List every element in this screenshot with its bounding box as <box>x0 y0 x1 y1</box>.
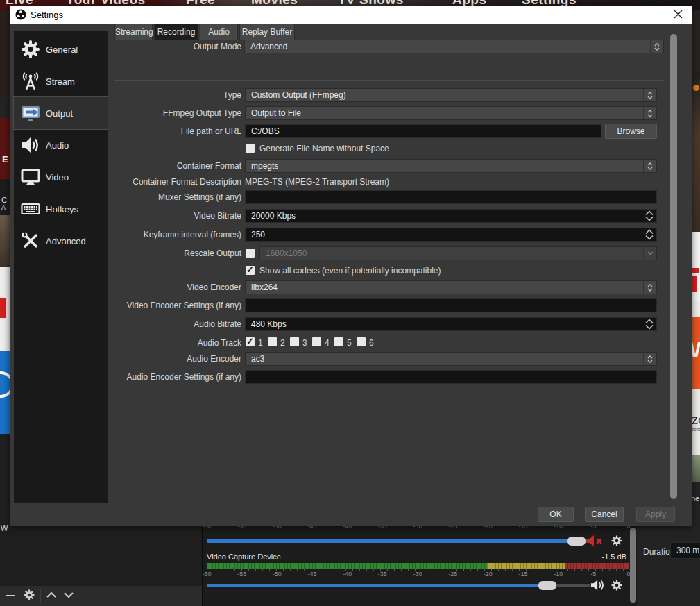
container-format-label: Container Format <box>10 161 241 171</box>
video-bitrate-label: Video Bitrate <box>10 211 241 221</box>
video-encoder-select[interactable]: libx264 <box>245 280 657 294</box>
remove-source-button[interactable] <box>6 595 15 596</box>
spinner-arrows-icon[interactable] <box>643 353 656 365</box>
generate-no-space-checkbox[interactable] <box>246 144 255 153</box>
output-mode-value: Advanced <box>250 42 287 51</box>
ffmpeg-output-type-select[interactable]: Output to File <box>245 106 657 120</box>
spinner-arrows-icon[interactable] <box>643 107 656 119</box>
channel2-speaker-icon[interactable] <box>590 578 607 594</box>
db-tick-label: -40 <box>343 571 352 578</box>
spinbox-arrows-icon[interactable] <box>644 228 655 241</box>
db-tick-label: -10 <box>554 571 563 578</box>
audio-track-4-checkbox[interactable] <box>312 337 321 346</box>
db-tick-label: -55 <box>237 571 246 578</box>
container-desc-label: Container Format Description <box>10 177 241 187</box>
background-left-sliver-1 <box>0 10 10 97</box>
show-all-codecs-checkbox[interactable] <box>246 266 255 275</box>
spinner-arrows-icon[interactable] <box>643 281 656 294</box>
rescale-output-label: Rescale Output <box>10 249 241 258</box>
background-right-orange-card: W <box>692 317 700 389</box>
background-left-sliver-3: C A <box>0 179 10 215</box>
background-letter-w: W <box>692 336 700 363</box>
channel1-settings-gear-button[interactable] <box>611 535 623 549</box>
move-source-down-button[interactable] <box>63 591 74 601</box>
audio-track-1-label: 1 <box>258 338 263 348</box>
move-source-up-button[interactable] <box>46 591 57 601</box>
keyframe-interval-spinbox[interactable]: 250 <box>245 228 657 242</box>
apply-button[interactable]: Apply <box>636 507 675 522</box>
db-tick-label: -30 <box>413 571 422 578</box>
spinner-arrows-icon[interactable] <box>643 160 656 172</box>
duration-input[interactable]: 300 m <box>670 542 700 559</box>
video-bitrate-value: 20000 Kbps <box>251 211 296 221</box>
audio-track-2-checkbox[interactable] <box>268 337 277 346</box>
spinbox-arrows-icon[interactable] <box>644 318 655 330</box>
settings-sidebar: General Stream <box>14 31 108 503</box>
audio-track-5-checkbox[interactable] <box>334 337 343 346</box>
audio-bitrate-spinbox[interactable]: 480 Kbps <box>245 317 657 331</box>
cancel-button[interactable]: Cancel <box>585 507 624 522</box>
audio-track-3-checkbox[interactable] <box>290 337 299 346</box>
audio-track-1-checkbox[interactable] <box>246 337 255 346</box>
audio-bitrate-label: Audio Bitrate <box>10 319 241 329</box>
audio-track-6-checkbox[interactable] <box>357 337 366 346</box>
screen: Live Your Videos Free Movies TV Shows Ap… <box>0 0 700 606</box>
ffmpeg-output-type-value: Output to File <box>251 108 301 118</box>
file-path-input[interactable]: C:/OBS <box>245 124 601 138</box>
tab-recording[interactable]: Recording <box>154 24 198 40</box>
spinner-arrows-icon[interactable] <box>643 89 656 101</box>
background-red-f-stem <box>692 276 697 292</box>
video-encoder-settings-label: Video Encoder Settings (if any) <box>10 301 241 310</box>
background-letter-a: A <box>1 204 6 211</box>
tab-frame-line <box>114 80 664 81</box>
channel1-mute-icon[interactable] <box>586 534 604 550</box>
mixer-scrollbar[interactable] <box>630 528 636 603</box>
browse-button[interactable]: Browse <box>605 124 657 139</box>
source-properties-gear-button[interactable] <box>23 589 35 603</box>
obs-logo-icon <box>15 9 26 22</box>
container-format-value: mpegts <box>251 161 278 171</box>
sources-toolbar <box>0 586 202 606</box>
channel1-volume-handle[interactable] <box>567 537 586 546</box>
container-desc-value: MPEG-TS (MPEG-2 Transport Stream) <box>245 177 389 187</box>
background-left-sliver-2 <box>0 97 10 118</box>
scene-transitions-text-fragment: ne T <box>691 494 700 503</box>
tab-replay-buffer[interactable]: Replay Buffer <box>239 24 295 40</box>
background-right-poster-character <box>692 72 700 232</box>
channel2-settings-gear-button[interactable] <box>611 579 623 594</box>
tab-audio[interactable]: Audio <box>200 24 238 40</box>
audio-encoder-settings-input[interactable] <box>245 370 657 384</box>
audio-track-6-label: 6 <box>369 338 374 348</box>
container-format-select[interactable]: mpegts <box>245 159 657 173</box>
close-icon[interactable] <box>673 9 683 22</box>
audio-encoder-select[interactable]: ac3 <box>245 352 657 366</box>
dialog-scrollbar[interactable] <box>670 34 677 499</box>
tab-streaming[interactable]: Streaming <box>114 24 153 40</box>
video-bitrate-spinbox[interactable]: 20000 Kbps <box>245 209 657 223</box>
type-select[interactable]: Custom Output (FFmpeg) <box>245 88 657 102</box>
muxer-settings-input[interactable] <box>245 190 657 204</box>
output-mode-select[interactable]: Advanced <box>244 40 664 53</box>
video-encoder-label: Video Encoder <box>10 283 241 292</box>
rescale-output-checkbox[interactable] <box>246 249 255 258</box>
scene-transitions-panel-fragment: ne T <box>690 482 700 526</box>
dialog-title: Settings <box>31 10 63 20</box>
spinbox-arrows-icon[interactable] <box>644 210 655 222</box>
channel2-level-meter <box>207 563 629 569</box>
channel2-volume-handle[interactable] <box>538 581 556 590</box>
channel2-volume-fill <box>207 584 547 587</box>
settings-dialog: Settings <box>10 6 692 526</box>
background-red-f-top <box>692 268 699 273</box>
sources-panel: W <box>0 526 202 606</box>
video-encoder-settings-input[interactable] <box>245 298 657 312</box>
muxer-settings-label: Muxer Settings (if any) <box>10 192 241 202</box>
ok-button[interactable]: OK <box>538 507 574 522</box>
audio-track-label: Audio Track <box>10 338 241 348</box>
dialog-titlebar[interactable]: Settings <box>10 6 692 24</box>
spinner-arrows-icon[interactable] <box>650 40 663 53</box>
scene-transitions-panel: Duration 300 m <box>637 526 700 606</box>
keyframe-interval-value: 250 <box>251 230 265 239</box>
rescale-resolution-select-disabled: 1680x1050 <box>259 246 657 260</box>
audio-encoder-label: Audio Encoder <box>10 354 241 364</box>
audio-bitrate-value: 480 Kbps <box>251 319 287 329</box>
